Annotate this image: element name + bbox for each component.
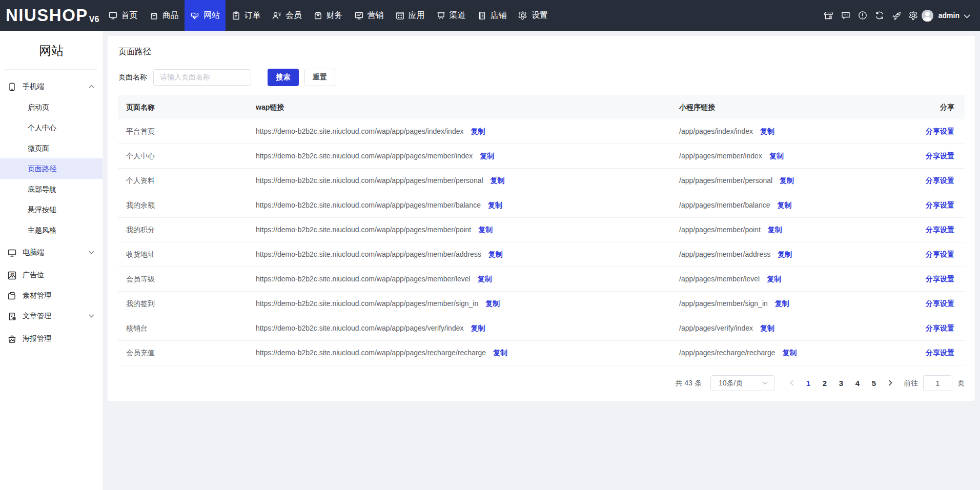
svg-text:AD: AD [10,272,14,275]
